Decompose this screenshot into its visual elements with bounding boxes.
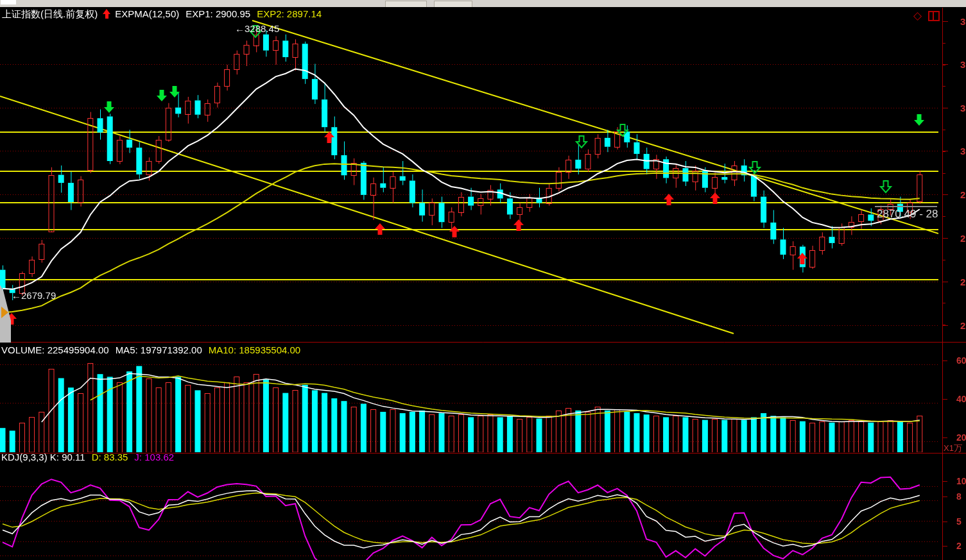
high-price-annotation: ←3288.45 — [235, 23, 279, 34]
volume-label: VOLUME: — [1, 344, 47, 355]
low-price-annotation: ←2679.79 — [12, 290, 56, 301]
trendline-highlight — [875, 206, 937, 207]
orange-pointer-icon — [1, 307, 8, 318]
axis-tick-label: 2 — [956, 541, 966, 551]
axis-tick-label: 20 — [956, 432, 966, 443]
kdj-pane-header: KDJ(9,3,3) K: 90.11D: 83.35J: 103.62 — [1, 452, 174, 462]
kdj-j-label: J: — [134, 452, 144, 462]
axis-tick-label: 2 — [960, 320, 966, 331]
kdj-name[interactable]: KDJ(9,3,3) — [1, 452, 50, 462]
stock-chart-app: 上证指数(日线.前复权)EXPMA(12,50)EXP1: 2900.95EXP… — [0, 0, 966, 560]
volume-value: 225495904.00 — [47, 344, 109, 355]
axis-tick-label: 3 — [960, 146, 966, 157]
axis-tick-label: 3 — [960, 59, 966, 70]
kdj-j-value: 103.62 — [144, 452, 174, 462]
symbol-title[interactable]: 上证指数(日线.前复权) — [2, 8, 98, 19]
split-window-icon[interactable] — [928, 11, 940, 21]
axis-tick-label: 8 — [956, 491, 966, 502]
exp1-label: EXP1: — [185, 8, 216, 19]
vol-ma10-label: MA10: — [209, 344, 239, 355]
axis-tick-label: 5 — [956, 516, 966, 527]
axis-tick-label: 2 — [960, 276, 966, 287]
kdj-d-value: 83.35 — [104, 452, 128, 462]
exp2-label: EXP2: — [257, 8, 287, 19]
axis-tick-label: 10 — [956, 476, 966, 486]
exp2-value: 2897.14 — [287, 8, 322, 19]
indicator-name[interactable]: EXPMA(12,50) — [115, 8, 179, 19]
volume-unit-label: X1万 — [944, 443, 962, 454]
axis-tick-label: 2 — [960, 189, 966, 200]
axis-tick-label: 40 — [956, 394, 966, 404]
axis-tick-label: 3 — [960, 16, 966, 27]
exp1-value: 2900.95 — [216, 8, 250, 19]
vol-ma5-label: MA5: — [116, 344, 141, 355]
axis-tick-label: 60 — [956, 355, 966, 366]
chart-canvas[interactable] — [0, 0, 966, 560]
axis-tick-label: 3 — [960, 103, 966, 114]
axis-tick-label: 2 — [960, 233, 966, 244]
up-arrow-icon — [103, 9, 111, 19]
vol-ma5-value: 197971392.00 — [141, 344, 202, 355]
main-pane-header: 上证指数(日线.前复权)EXPMA(12,50)EXP1: 2900.95EXP… — [2, 8, 322, 19]
trendline-value-annotation: 2870.49 - 28 — [877, 208, 966, 219]
kdj-k-value: 90.11 — [62, 452, 85, 462]
vol-ma10-value: 185935504.00 — [239, 344, 300, 355]
diamond-icon[interactable]: ◇ — [913, 9, 922, 22]
kdj-d-label: D: — [92, 452, 104, 462]
kdj-k-label: K: — [50, 452, 62, 462]
volume-pane-header: VOLUME: 225495904.00MA5: 197971392.00MA1… — [1, 344, 300, 355]
